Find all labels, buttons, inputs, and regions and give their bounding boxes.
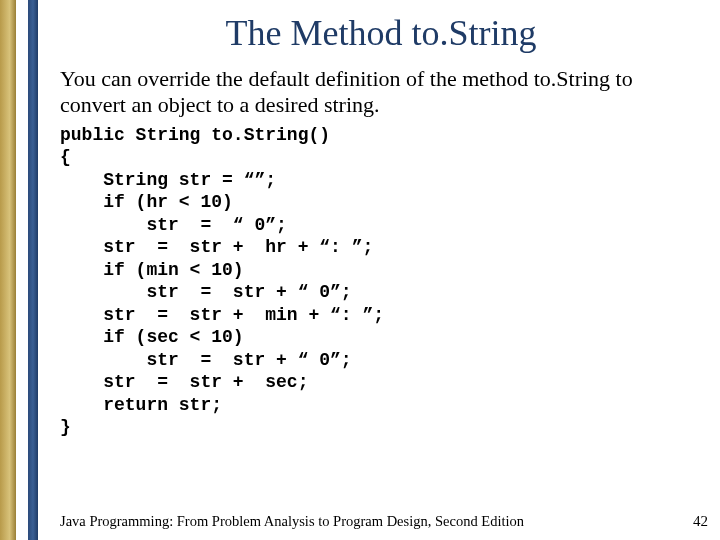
- stripe-gold: [0, 0, 16, 540]
- side-stripe: [0, 0, 38, 540]
- stripe-white: [16, 0, 28, 540]
- slide-description: You can override the default definition …: [60, 66, 702, 118]
- stripe-blue: [28, 0, 38, 540]
- code-block: public String to.String() { String str =…: [60, 124, 702, 439]
- slide-content: The Method to.String You can override th…: [60, 12, 702, 439]
- slide-title: The Method to.String: [60, 12, 702, 54]
- page-number: 42: [693, 513, 708, 530]
- footer-text: Java Programming: From Problem Analysis …: [60, 513, 524, 530]
